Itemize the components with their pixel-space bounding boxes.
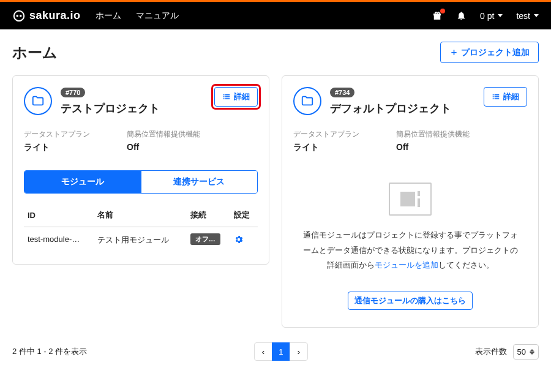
detail-button[interactable]: 詳細 [484,87,527,107]
buy-module-button[interactable]: 通信モジュールの購入はこちら [348,292,473,310]
modules-table: ID 名前 接続 設定 test-module-… テスト用モジュール オフ… [24,205,258,253]
tab-services[interactable]: 連携サービス [141,171,258,193]
page-title: ホーム [12,43,58,62]
topbar: sakura.io ホーム マニュアル 0 pt test [0,2,551,29]
table-row: test-module-… テスト用モジュール オフ… [24,227,258,254]
gear-icon[interactable] [234,237,244,246]
svg-rect-9 [493,94,494,96]
user-menu[interactable]: test [516,11,539,21]
location-label: 簡易位置情報提供機能 [127,129,200,140]
svg-rect-6 [225,96,230,97]
brand-icon [12,9,26,23]
segment-tabs: モジュール 連携サービス [24,170,258,194]
points-value: 0 pt [480,11,494,21]
pagination: ‹ 1 › [254,342,308,361]
plan-label: データストアプラン [24,129,90,140]
empty-state: 通信モジュールはプロジェクトに登録する事でプラットフォームとデータ通信ができる状… [293,153,527,316]
empty-text: 通信モジュールはプロジェクトに登録する事でプラットフォームとデータ通信ができる状… [299,228,521,273]
brand-text: sakura.io [29,9,81,22]
svg-point-2 [20,15,22,17]
svg-point-1 [16,15,18,17]
svg-rect-4 [225,94,230,96]
folder-icon [24,87,52,115]
connection-status: オフ… [190,233,220,245]
pager-page-1[interactable]: 1 [272,342,290,361]
svg-rect-10 [495,94,500,96]
detail-label: 詳細 [503,91,519,102]
plus-icon: ＋ [449,47,459,58]
caret-down-icon [534,14,539,17]
plan-value: ライト [24,142,90,153]
svg-rect-11 [493,96,494,97]
module-id: test-module-… [28,235,80,244]
project-card: #734 デフォルトプロジェクト 詳細 データストアプラン ライト 簡易位置情報… [282,75,539,328]
plan-value: ライト [293,142,359,153]
svg-rect-8 [225,98,230,99]
per-page-select[interactable]: 50 [513,344,539,360]
list-icon [492,92,500,101]
nav-home[interactable]: ホーム [96,10,121,21]
svg-rect-5 [223,96,225,97]
svg-rect-13 [493,98,494,99]
per-page-value: 50 [517,347,526,356]
add-project-button[interactable]: ＋ プロジェクト追加 [440,42,539,63]
footer: 2 件中 1 - 2 件を表示 ‹ 1 › 表示件数 50 [12,342,539,361]
gift-icon[interactable] [432,10,443,21]
nav-manual[interactable]: マニュアル [136,10,179,21]
location-value: Off [396,142,470,152]
project-card: #770 テストプロジェクト 詳細 データストアプラン ライト [12,75,269,265]
points-display[interactable]: 0 pt [480,11,503,21]
list-icon [222,92,231,101]
tab-modules[interactable]: モジュール [24,171,141,193]
per-page: 表示件数 50 [475,344,539,360]
svg-rect-12 [495,96,500,97]
user-name: test [516,11,530,21]
empty-illustration [389,183,432,216]
project-name: テストプロジェクト [61,101,206,116]
add-project-label: プロジェクト追加 [461,47,530,58]
svg-rect-7 [223,98,225,99]
project-id-badge: #770 [61,88,85,97]
col-name: 名前 [94,205,187,227]
location-value: Off [127,142,200,152]
project-name: デフォルトプロジェクト [330,101,475,116]
project-id-badge: #734 [330,88,354,97]
detail-button[interactable]: 詳細 [214,87,258,107]
range-text: 2 件中 1 - 2 件を表示 [12,346,87,357]
svg-rect-3 [223,94,225,96]
location-label: 簡易位置情報提供機能 [396,129,470,140]
svg-point-0 [14,10,24,21]
detail-label: 詳細 [234,91,250,102]
pager-next[interactable]: › [290,342,308,361]
notification-dot [440,9,445,13]
per-page-label: 表示件数 [475,346,507,357]
plan-label: データストアプラン [293,129,359,140]
bell-icon[interactable] [456,10,467,21]
col-conn: 接続 [187,205,231,227]
pager-prev[interactable]: ‹ [254,342,272,361]
caret-down-icon [498,14,503,17]
col-settings: 設定 [230,205,258,227]
svg-rect-14 [495,98,500,99]
brand[interactable]: sakura.io [12,9,81,23]
select-caret-icon [530,349,534,355]
module-name: テスト用モジュール [94,227,187,254]
folder-icon [293,87,321,115]
page-header: ホーム ＋ プロジェクト追加 [12,42,539,63]
add-module-link[interactable]: モジュールを追加 [375,260,438,270]
col-id: ID [24,205,94,227]
